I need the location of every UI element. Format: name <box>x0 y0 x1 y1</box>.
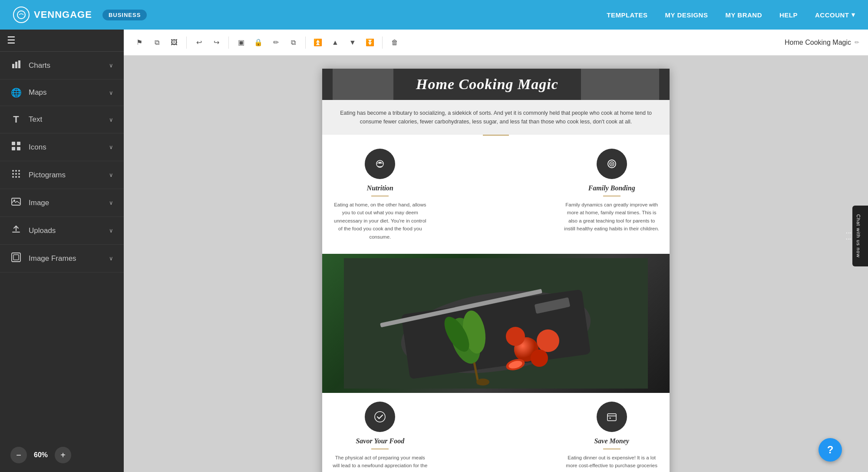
sidebar-item-image-frames[interactable]: Image Frames ∨ <box>0 245 124 273</box>
hamburger-menu[interactable]: ☰ <box>7 35 117 46</box>
image-chevron: ∨ <box>109 199 113 206</box>
move-bottom-button[interactable]: ⏬ <box>363 36 377 50</box>
svg-point-51 <box>609 417 611 419</box>
svg-point-17 <box>15 170 17 172</box>
toolbar-divider-2 <box>228 37 229 49</box>
frame-button[interactable]: ▣ <box>234 36 248 50</box>
layers-button[interactable]: ⧉ <box>286 36 300 50</box>
pictograms-chevron: ∨ <box>109 172 113 178</box>
nav-templates[interactable]: TEMPLATES <box>607 11 647 19</box>
nav-links: TEMPLATES MY DESIGNS MY BRAND HELP ACCOU… <box>607 11 855 19</box>
toolbar-divider-3 <box>305 37 306 49</box>
svg-point-31 <box>611 163 613 165</box>
chat-widget[interactable]: Chat with us now ⋮⋮ <box>852 206 868 266</box>
chat-icon: ⋮⋮ <box>845 230 852 242</box>
nutrition-section: Nutrition Eating at home, on the other h… <box>322 140 438 249</box>
svg-point-16 <box>12 170 14 172</box>
nav-my-brand[interactable]: MY BRAND <box>725 11 762 19</box>
nutrition-text: Eating at home, on the other hand, allow… <box>333 201 428 241</box>
image-frames-icon <box>10 253 22 264</box>
svg-point-21 <box>18 173 20 175</box>
svg-point-20 <box>15 173 17 175</box>
text-icon: T <box>10 114 22 125</box>
sidebar-item-pictograms[interactable]: Pictograms ∨ <box>0 161 124 189</box>
save-money-text: Eating dinner out is expensive! It is a … <box>564 454 659 472</box>
svg-point-23 <box>15 176 17 178</box>
nav-account[interactable]: ACCOUNT ▾ <box>815 11 855 19</box>
logo-icon <box>13 7 30 23</box>
url-section: http://www.healthfitnessrevolution.com/t… <box>438 393 554 472</box>
image-button[interactable]: 🖼 <box>167 36 181 50</box>
logo-area[interactable]: VENNGAGE BUSINESS <box>13 7 147 23</box>
svg-point-48 <box>476 379 489 386</box>
maps-chevron: ∨ <box>109 90 113 96</box>
svg-rect-11 <box>18 60 20 68</box>
family-title: Family Bonding <box>564 184 659 192</box>
edit-title-icon[interactable]: ✏ <box>855 39 859 46</box>
save-money-icon <box>597 402 627 432</box>
move-down-button[interactable]: ▼ <box>346 36 360 50</box>
save-money-title: Save Money <box>564 437 659 445</box>
nav-help[interactable]: HELP <box>779 11 798 19</box>
image-label: Image <box>29 199 49 207</box>
svg-point-19 <box>12 173 14 175</box>
globe-icon: 🌐 <box>10 87 22 98</box>
sidebar-item-uploads[interactable]: Uploads ∨ <box>0 217 124 245</box>
family-text: Family dynamics can greatly improve with… <box>564 201 659 233</box>
text-label: Text <box>29 115 42 124</box>
pictograms-label: Pictograms <box>29 171 66 179</box>
help-button[interactable]: ? <box>818 438 842 462</box>
uploads-chevron: ∨ <box>109 227 113 234</box>
sidebar: ☰ Charts ∨ 🌐 Maps ∨ T Text ∨ Icons <box>0 30 124 472</box>
bottom-content-grid: Savor Your Food The physical act of prep… <box>322 393 670 472</box>
chevron-down-icon: ▾ <box>851 11 855 19</box>
svg-point-49 <box>375 412 385 422</box>
svg-rect-28 <box>13 255 19 260</box>
family-icon <box>597 149 627 179</box>
copy-button[interactable]: ⧉ <box>150 36 164 50</box>
uploads-label: Uploads <box>29 226 56 235</box>
svg-rect-12 <box>12 142 15 145</box>
sidebar-item-icons[interactable]: Icons ∨ <box>0 133 124 161</box>
edit-button[interactable]: ✏ <box>269 36 283 50</box>
svg-point-42 <box>537 329 559 352</box>
svg-rect-15 <box>17 147 20 150</box>
charts-chevron: ∨ <box>109 62 113 69</box>
lock-button[interactable]: 🔒 <box>251 36 265 50</box>
family-divider <box>603 196 620 196</box>
svg-point-22 <box>12 176 14 178</box>
pictograms-icon <box>10 169 22 181</box>
sidebar-item-text[interactable]: T Text ∨ <box>0 106 124 133</box>
nav-my-designs[interactable]: MY DESIGNS <box>665 11 708 19</box>
svg-point-29 <box>608 160 616 168</box>
undo-button[interactable]: ↩ <box>192 36 206 50</box>
savor-section: Savor Your Food The physical act of prep… <box>322 393 438 472</box>
zoom-level: 60% <box>34 451 48 459</box>
bar-chart-icon <box>10 60 22 71</box>
svg-point-43 <box>506 327 525 346</box>
flag-button[interactable]: ⚑ <box>132 36 146 50</box>
top-navigation: VENNGAGE BUSINESS TEMPLATES MY DESIGNS M… <box>0 0 868 30</box>
sidebar-item-charts[interactable]: Charts ∨ <box>0 52 124 80</box>
sidebar-item-maps[interactable]: 🌐 Maps ∨ <box>0 80 124 106</box>
design-canvas[interactable]: Home Cooking Magic Eating has become a t… <box>322 69 670 472</box>
nutrition-divider <box>371 196 389 196</box>
sidebar-item-image[interactable]: Image ∨ <box>0 189 124 217</box>
svg-rect-27 <box>12 253 20 262</box>
delete-button[interactable]: 🗑 <box>388 36 402 50</box>
zoom-in-button[interactable]: + <box>55 447 71 463</box>
nutrition-title: Nutrition <box>333 184 428 192</box>
maps-label: Maps <box>29 88 47 97</box>
move-up-button[interactable]: ▲ <box>328 36 342 50</box>
document-title: Home Cooking Magic <box>785 39 851 47</box>
charts-label: Charts <box>29 61 50 70</box>
move-top-button[interactable]: ⏫ <box>311 36 325 50</box>
header-bar-right <box>581 69 659 100</box>
icons-label: Icons <box>29 143 46 152</box>
zoom-out-button[interactable]: − <box>10 447 27 463</box>
redo-button[interactable]: ↪ <box>209 36 223 50</box>
canvas-area: Home Cooking Magic Eating has become a t… <box>124 56 868 472</box>
savor-text: The physical act of preparing your meals… <box>333 454 428 472</box>
text-chevron: ∨ <box>109 116 113 123</box>
toolbar-divider-4 <box>382 37 383 49</box>
